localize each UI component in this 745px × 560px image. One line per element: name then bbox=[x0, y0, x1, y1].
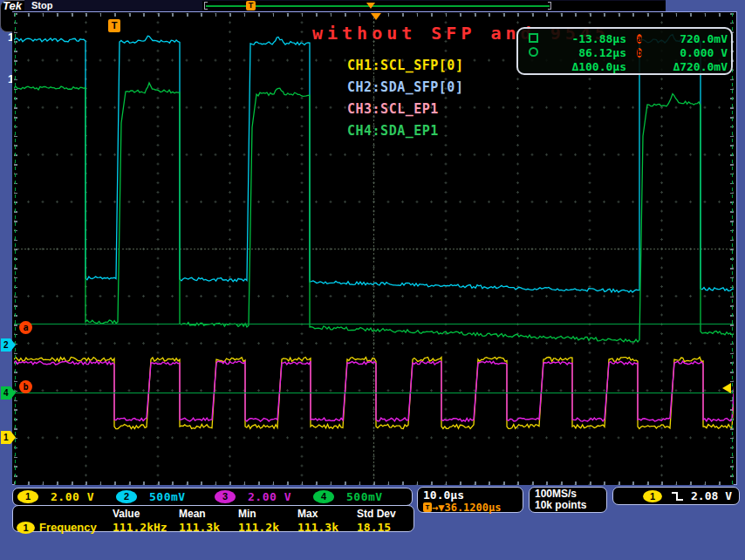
cursor-b-vertical-line bbox=[732, 13, 733, 485]
channel-2-scale-value: 500mV bbox=[149, 490, 186, 503]
trigger-position-t-icon: T bbox=[108, 19, 120, 32]
delay-row: T →▼36.1200µs bbox=[423, 502, 523, 513]
delay-value: →▼36.1200µs bbox=[432, 502, 501, 514]
delay-t-icon: T bbox=[423, 502, 432, 512]
crt-display: a b T without SFP and 9545 CH1:SCL_SFP[0… bbox=[12, 11, 737, 485]
channel-2-badge: 2 bbox=[116, 490, 137, 503]
measurement-name-cell: 1 Frequency bbox=[13, 521, 113, 534]
measurement-value: 111.2kHz bbox=[113, 521, 179, 534]
cursor-b-value: 0.000 V bbox=[653, 46, 728, 59]
cursor-a-value: 720.0mV bbox=[653, 32, 728, 45]
cursor-a-square-icon bbox=[529, 33, 538, 43]
measurement-max: 111.3k bbox=[297, 521, 357, 534]
horizontal-box: 10.0µs T →▼36.1200µs bbox=[417, 487, 523, 513]
measurement-header-value: Value bbox=[113, 508, 179, 520]
cursor-b-horizontal-line bbox=[14, 393, 734, 393]
measurement-header-max: Max bbox=[297, 508, 357, 520]
expansion-point-icon bbox=[371, 13, 381, 20]
cursor-a-horizontal-line bbox=[14, 324, 734, 324]
header-bar: Stop T Tek bbox=[0, 0, 745, 11]
tek-logo: Tek bbox=[3, 0, 22, 12]
channel-3-badge: 3 bbox=[215, 490, 236, 503]
header-strip: Stop T bbox=[24, 0, 666, 11]
cursor-delta-row: Δ100.0µs Δ720.0mV bbox=[523, 59, 728, 73]
cursor-readout-box: -13.88µs a 720.0mV 86.12µs b 0.000 V Δ10… bbox=[516, 27, 733, 75]
trigger-box: 1 2.08 V bbox=[612, 487, 740, 505]
measurement-stddev: 18.15 bbox=[357, 521, 411, 534]
trigger-level-arrow-icon bbox=[722, 383, 731, 393]
record-length: 10k points bbox=[535, 500, 606, 511]
cursor-b-readout-badge: b bbox=[637, 48, 642, 58]
cursor-a-readout-badge: a bbox=[637, 34, 642, 44]
cursor-b-time: 86.12µs bbox=[544, 46, 626, 59]
measurement-header-min: Min bbox=[238, 508, 297, 520]
record-view-bar: T bbox=[202, 1, 666, 10]
trigger-source-badge: 1 bbox=[643, 490, 662, 502]
time-per-div: 10.0µs bbox=[423, 488, 523, 502]
cursor-a-readout-row: -13.88µs a 720.0mV bbox=[523, 31, 728, 45]
waveform-ch3 bbox=[14, 361, 734, 421]
cursor-b-badge: b bbox=[19, 380, 32, 393]
cursor-a-badge: a bbox=[19, 321, 32, 334]
cursor-b-circle-icon bbox=[529, 47, 538, 57]
channel-label-list: CH1:SCL_SFP[0] CH2:SDA_SFP[0] CH3:SCL_EP… bbox=[347, 58, 463, 145]
cursor-a-vertical-line bbox=[15, 13, 16, 485]
channel-4-badge: 4 bbox=[313, 490, 334, 503]
acquisition-box: 100MS/s 10k points bbox=[529, 487, 607, 513]
measurement-channel-badge: 1 bbox=[17, 522, 35, 534]
cursor-delta-value: Δ720.0mV bbox=[653, 60, 728, 73]
measurement-min: 111.2k bbox=[238, 521, 297, 534]
measurement-header-row: Value Mean Min Max Std Dev bbox=[13, 506, 414, 520]
graticule: a b T without SFP and 9545 CH1:SCL_SFP[0… bbox=[14, 13, 734, 485]
cursor-a-time: -13.88µs bbox=[544, 32, 626, 45]
record-expansion-point-icon bbox=[366, 3, 375, 9]
channel-4-scale: 4 500mV bbox=[313, 490, 412, 503]
cursor-delta-time: Δ100.0µs bbox=[544, 60, 626, 73]
channel-label-ch4: CH4:SDA_EP1 bbox=[347, 123, 463, 145]
acquisition-status: Stop bbox=[31, 0, 52, 10]
channel-3-scale: 3 2.00 V bbox=[215, 490, 313, 503]
record-window-right-bracket-icon bbox=[548, 2, 551, 10]
cursor-b-readout-row: 86.12µs b 0.000 V bbox=[523, 45, 728, 59]
measurement-value-row: 1 Frequency 111.2kHz 111.3k 111.2k 111.3… bbox=[13, 521, 414, 534]
channel-1-badge: 1 bbox=[17, 490, 38, 503]
measurement-header-stddev: Std Dev bbox=[357, 508, 411, 520]
channel-4-scale-value: 500mV bbox=[346, 490, 383, 503]
channel-1-scale: 1 2.00 V bbox=[17, 490, 116, 503]
trigger-level-value: 2.08 V bbox=[691, 489, 732, 502]
measurement-box: Value Mean Min Max Std Dev 1 Frequency 1… bbox=[12, 505, 414, 532]
measurement-header-mean: Mean bbox=[179, 508, 238, 520]
measurement-name: Frequency bbox=[39, 521, 97, 534]
falling-edge-icon bbox=[671, 491, 684, 502]
channel-label-ch1: CH1:SCL_SFP[0] bbox=[347, 58, 463, 79]
channel-scale-bar: 1 2.00 V 2 500mV 3 2.00 V 4 500mV bbox=[12, 488, 413, 506]
record-view-line bbox=[206, 5, 550, 7]
record-window-left-bracket-icon bbox=[204, 2, 208, 10]
channel-label-ch3: CH3:SCL_EP1 bbox=[347, 101, 463, 123]
channel-1-scale-value: 2.00 V bbox=[51, 490, 94, 503]
channel-label-ch2: CH2:SDA_SFP[0] bbox=[347, 79, 463, 101]
channel-3-scale-value: 2.00 V bbox=[248, 490, 291, 503]
oscilloscope-screen: Stop T Tek a b T bbox=[0, 0, 745, 560]
record-trigger-t-icon: T bbox=[246, 1, 256, 10]
measurement-mean: 111.3k bbox=[179, 521, 238, 534]
channel-2-scale: 2 500mV bbox=[116, 490, 215, 503]
